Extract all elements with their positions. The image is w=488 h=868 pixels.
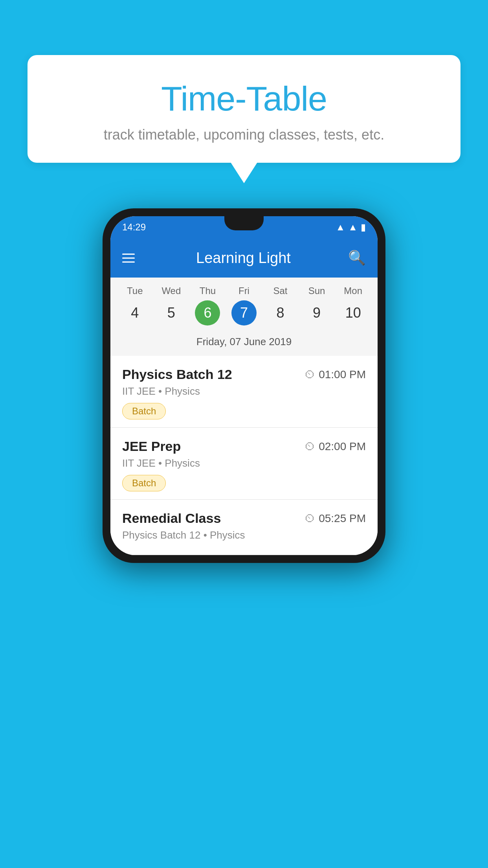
batch-badge-1: Batch <box>122 403 166 419</box>
day-number-mon: 10 <box>341 300 366 326</box>
clock-icon-3: ⏲ <box>305 512 316 525</box>
schedule-subtitle-2: IIT JEE • Physics <box>122 457 366 469</box>
clock-icon-2: ⏲ <box>305 440 316 453</box>
speech-bubble-container: Time-Table track timetable, upcoming cla… <box>28 55 460 163</box>
speech-bubble: Time-Table track timetable, upcoming cla… <box>28 55 460 163</box>
day-number-sun: 9 <box>304 300 329 326</box>
day-col-thu[interactable]: Thu 6 <box>192 285 223 326</box>
days-row: Tue 4 Wed 5 Thu 6 Fri 7 <box>117 285 371 330</box>
schedule-item-2[interactable]: JEE Prep ⏲ 02:00 PM IIT JEE • Physics Ba… <box>110 428 378 500</box>
day-number-thu: 6 <box>195 300 220 326</box>
day-label-wed: Wed <box>161 285 181 296</box>
phone-inner: 14:29 ▲ ▲ ▮ Learning Light 🔍 <box>110 216 378 555</box>
schedule-list: Physics Batch 12 ⏲ 01:00 PM IIT JEE • Ph… <box>110 356 378 555</box>
day-col-sat[interactable]: Sat 8 <box>265 285 296 326</box>
day-label-thu: Thu <box>200 285 216 296</box>
schedule-subtitle-1: IIT JEE • Physics <box>122 385 366 397</box>
day-label-mon: Mon <box>344 285 362 296</box>
battery-icon: ▮ <box>361 222 366 233</box>
app-bar-title: Learning Light <box>148 250 339 267</box>
status-icons: ▲ ▲ ▮ <box>336 222 366 233</box>
phone-notch <box>224 216 264 230</box>
schedule-subtitle-3: Physics Batch 12 • Physics <box>122 529 366 541</box>
day-number-wed: 5 <box>159 300 184 326</box>
status-time: 14:29 <box>122 222 146 233</box>
day-number-tue: 4 <box>122 300 147 326</box>
batch-badge-2: Batch <box>122 475 166 491</box>
schedule-time-2: ⏲ 02:00 PM <box>305 440 366 453</box>
day-col-wed[interactable]: Wed 5 <box>156 285 187 326</box>
schedule-item-1[interactable]: Physics Batch 12 ⏲ 01:00 PM IIT JEE • Ph… <box>110 356 378 428</box>
hamburger-icon[interactable] <box>122 254 135 263</box>
calendar-section: Tue 4 Wed 5 Thu 6 Fri 7 <box>110 278 378 356</box>
day-label-sun: Sun <box>308 285 325 296</box>
schedule-item-3[interactable]: Remedial Class ⏲ 05:25 PM Physics Batch … <box>110 500 378 555</box>
day-col-mon[interactable]: Mon 10 <box>338 285 369 326</box>
schedule-title-1: Physics Batch 12 <box>122 367 232 382</box>
app-bar: Learning Light 🔍 <box>110 238 378 278</box>
phone-outer: 14:29 ▲ ▲ ▮ Learning Light 🔍 <box>103 208 385 563</box>
schedule-item-3-header: Remedial Class ⏲ 05:25 PM <box>122 511 366 526</box>
schedule-title-3: Remedial Class <box>122 511 221 526</box>
schedule-time-3: ⏲ 05:25 PM <box>305 512 366 525</box>
wifi-icon: ▲ <box>336 222 345 233</box>
schedule-time-1: ⏲ 01:00 PM <box>305 368 366 381</box>
bubble-title: Time-Table <box>43 79 445 119</box>
schedule-item-2-header: JEE Prep ⏲ 02:00 PM <box>122 439 366 454</box>
day-col-tue[interactable]: Tue 4 <box>119 285 150 326</box>
selected-date-label: Friday, 07 June 2019 <box>117 330 371 356</box>
bubble-subtitle: track timetable, upcoming classes, tests… <box>43 127 445 143</box>
phone-mockup: 14:29 ▲ ▲ ▮ Learning Light 🔍 <box>103 208 385 563</box>
clock-icon-1: ⏲ <box>305 368 316 381</box>
search-icon[interactable]: 🔍 <box>348 250 366 266</box>
signal-icon: ▲ <box>348 222 358 233</box>
day-number-fri: 7 <box>231 300 257 326</box>
day-col-sun[interactable]: Sun 9 <box>301 285 332 326</box>
schedule-item-1-header: Physics Batch 12 ⏲ 01:00 PM <box>122 367 366 382</box>
schedule-title-2: JEE Prep <box>122 439 181 454</box>
day-label-tue: Tue <box>127 285 143 296</box>
day-col-fri[interactable]: Fri 7 <box>228 285 260 326</box>
day-label-sat: Sat <box>273 285 288 296</box>
day-label-fri: Fri <box>238 285 250 296</box>
day-number-sat: 8 <box>268 300 293 326</box>
